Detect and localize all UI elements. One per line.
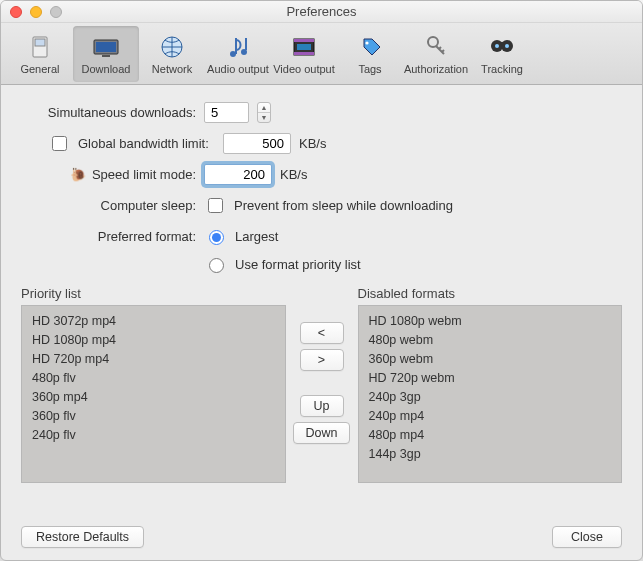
largest-radio[interactable] (209, 230, 224, 245)
tracking-icon (486, 34, 518, 60)
kbps-label: KB/s (299, 136, 326, 151)
list-item[interactable]: 360p webm (369, 350, 612, 369)
titlebar: Preferences (1, 1, 642, 23)
close-window-icon[interactable] (10, 6, 22, 18)
prevent-sleep-checkbox[interactable] (208, 198, 223, 213)
authorization-icon (420, 34, 452, 60)
tab-download[interactable]: Download (73, 26, 139, 82)
tab-label: Tags (358, 63, 381, 75)
computer-sleep-label: Computer sleep: (21, 198, 196, 213)
svg-point-6 (230, 51, 236, 57)
preferred-format-label: Preferred format: (21, 229, 196, 244)
audio-output-icon (222, 34, 254, 60)
list-item[interactable]: HD 3072p mp4 (32, 312, 275, 331)
svg-point-16 (495, 44, 499, 48)
tab-audio-output[interactable]: Audio output (205, 26, 271, 82)
list-item[interactable]: 480p webm (369, 331, 612, 350)
disabled-formats-title: Disabled formats (358, 286, 623, 301)
svg-rect-9 (294, 39, 314, 42)
global-bandwidth-label: Global bandwidth limit: (78, 136, 215, 151)
tab-general[interactable]: General (7, 26, 73, 82)
speed-limit-input[interactable] (204, 164, 272, 185)
simultaneous-downloads-label: Simultaneous downloads: (21, 105, 196, 120)
list-item[interactable]: 360p mp4 (32, 388, 275, 407)
network-icon (156, 34, 188, 60)
general-icon (24, 34, 56, 60)
tab-label: Audio output (207, 63, 269, 75)
restore-defaults-button[interactable]: Restore Defaults (21, 526, 144, 548)
move-down-button[interactable]: Down (293, 422, 351, 444)
svg-point-17 (505, 44, 509, 48)
tab-label: Network (152, 63, 192, 75)
tab-network[interactable]: Network (139, 26, 205, 82)
svg-point-13 (428, 37, 438, 47)
tab-label: Tracking (481, 63, 523, 75)
disabled-formats-listbox[interactable]: HD 1080p webm480p webm360p webmHD 720p w… (358, 305, 623, 483)
list-item[interactable]: HD 1080p webm (369, 312, 612, 331)
move-right-button[interactable]: > (300, 349, 344, 371)
list-item[interactable]: HD 1080p mp4 (32, 331, 275, 350)
list-item[interactable]: 240p mp4 (369, 407, 612, 426)
tab-authorization[interactable]: Authorization (403, 26, 469, 82)
svg-rect-1 (35, 39, 45, 46)
list-item[interactable]: 144p 3gp (369, 445, 612, 464)
svg-rect-10 (294, 52, 314, 55)
simultaneous-downloads-input[interactable] (204, 102, 249, 123)
zoom-window-icon (50, 6, 62, 18)
list-item[interactable]: 240p 3gp (369, 388, 612, 407)
list-item[interactable]: HD 720p mp4 (32, 350, 275, 369)
tab-label: General (20, 63, 59, 75)
preferences-window: Preferences General Download Network Aud… (0, 0, 643, 561)
priority-list-title: Priority list (21, 286, 286, 301)
largest-label: Largest (235, 229, 278, 244)
global-bandwidth-checkbox[interactable] (52, 136, 67, 151)
list-item[interactable]: 480p flv (32, 369, 275, 388)
simultaneous-downloads-stepper[interactable]: ▲▼ (257, 102, 271, 123)
minimize-window-icon[interactable] (30, 6, 42, 18)
list-item[interactable]: 360p flv (32, 407, 275, 426)
snail-icon: 🐌 (70, 167, 86, 182)
tab-video-output[interactable]: Video output (271, 26, 337, 82)
window-title: Preferences (1, 4, 642, 19)
tab-tags[interactable]: Tags (337, 26, 403, 82)
svg-rect-4 (102, 55, 110, 57)
video-output-icon (288, 34, 320, 60)
svg-rect-3 (96, 42, 116, 52)
speed-limit-label: Speed limit mode: (92, 167, 196, 182)
download-icon (90, 34, 122, 60)
prevent-sleep-label: Prevent from sleep while downloading (234, 198, 453, 213)
priority-listbox[interactable]: HD 3072p mp4HD 1080p mp4HD 720p mp4480p … (21, 305, 286, 483)
svg-point-12 (365, 41, 368, 44)
close-button[interactable]: Close (552, 526, 622, 548)
tab-label: Authorization (404, 63, 468, 75)
list-item[interactable]: HD 720p webm (369, 369, 612, 388)
tab-tracking[interactable]: Tracking (469, 26, 535, 82)
priority-list-label: Use format priority list (235, 257, 361, 272)
svg-rect-11 (297, 44, 311, 50)
move-up-button[interactable]: Up (300, 395, 344, 417)
tab-label: Download (82, 63, 131, 75)
content-pane: Simultaneous downloads: ▲▼ Global bandwi… (1, 85, 642, 560)
global-bandwidth-input[interactable] (223, 133, 291, 154)
kbps-label: KB/s (280, 167, 307, 182)
tags-icon (354, 34, 386, 60)
priority-list-radio[interactable] (209, 258, 224, 273)
list-item[interactable]: 240p flv (32, 426, 275, 445)
tab-label: Video output (273, 63, 335, 75)
preferences-toolbar: General Download Network Audio output Vi… (1, 23, 642, 85)
list-item[interactable]: 480p mp4 (369, 426, 612, 445)
move-left-button[interactable]: < (300, 322, 344, 344)
